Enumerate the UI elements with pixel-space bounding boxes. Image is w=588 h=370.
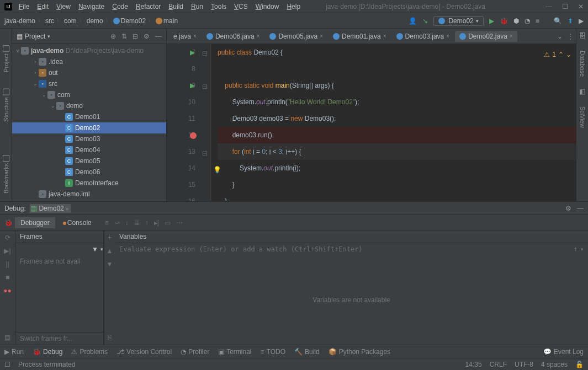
run-icon[interactable]: ▶ bbox=[489, 17, 494, 25]
eval-icon[interactable]: ▭ bbox=[165, 219, 171, 227]
add-config-icon[interactable]: 👤 bbox=[409, 17, 417, 25]
resume-icon[interactable]: ▶| bbox=[4, 247, 10, 255]
tree-item-out[interactable]: ›▪out bbox=[12, 67, 166, 78]
inspection-widget[interactable]: ⚠ 1 ⌃ ⌄ bbox=[544, 46, 571, 63]
search-icon[interactable]: 🔍 bbox=[554, 17, 562, 25]
sciview-tool-button[interactable]: SciView bbox=[579, 106, 586, 128]
eval-hint[interactable]: Evaluate expression (Enter) or add a wat… bbox=[119, 245, 570, 253]
add-watch-icon[interactable]: + bbox=[574, 245, 578, 253]
settings-icon[interactable]: ⚙ bbox=[144, 33, 150, 40]
project-tool-button[interactable]: Project bbox=[3, 45, 9, 72]
line-number[interactable]: 8 bbox=[167, 61, 195, 77]
status-encoding[interactable]: UTF-8 bbox=[515, 361, 533, 368]
close-icon[interactable]: ✕ bbox=[578, 3, 584, 10]
run-gutter-icon[interactable]: ▶ bbox=[190, 77, 195, 94]
line-number[interactable]: 15 bbox=[167, 176, 195, 193]
menu-window[interactable]: Window bbox=[252, 2, 283, 12]
copy-icon[interactable]: ⎘ bbox=[108, 334, 112, 341]
select-opened-icon[interactable]: ⊕ bbox=[110, 33, 116, 40]
tree-item-demo04[interactable]: CDemo04 bbox=[12, 144, 166, 155]
step-over-icon[interactable]: ⤻ bbox=[114, 219, 120, 227]
code-area[interactable]: ▶ ▶ 7891011121314151617 ⊟ ⊟ ⊟ 💡 public c… bbox=[167, 44, 576, 201]
code-line[interactable] bbox=[218, 61, 576, 77]
menu-navigate[interactable]: Navigate bbox=[75, 2, 108, 12]
hammer-icon[interactable]: ↘ bbox=[422, 17, 428, 25]
bottom-version-control[interactable]: ⎇Version Control bbox=[116, 348, 172, 356]
line-number[interactable]: 10 bbox=[167, 94, 195, 110]
pause-icon[interactable]: || bbox=[6, 260, 9, 268]
stop-icon[interactable]: ■ bbox=[6, 274, 9, 281]
code-line[interactable]: public static void main(String[] args) { bbox=[218, 77, 576, 94]
tree-item-demointerface[interactable]: IDemoInterface bbox=[12, 178, 166, 189]
stop-icon[interactable]: ■ bbox=[536, 17, 539, 25]
coverage-icon[interactable]: ⬢ bbox=[513, 17, 519, 25]
code-line[interactable]: Demo03 demo03 = new Demo03(); bbox=[218, 110, 576, 127]
chevron-down-icon[interactable]: ▾ bbox=[47, 34, 50, 39]
tree-item-demo03[interactable]: CDemo03 bbox=[12, 133, 166, 144]
breadcrumb-item[interactable]: main bbox=[156, 17, 178, 25]
menu-vcs[interactable]: VCS bbox=[231, 2, 251, 12]
chevron-down-icon[interactable]: ▾ bbox=[100, 246, 103, 252]
tree-item-demo05[interactable]: CDemo05 bbox=[12, 155, 166, 167]
close-tab-icon[interactable]: × bbox=[193, 33, 197, 39]
bottom-build[interactable]: 🔨Build bbox=[294, 348, 320, 356]
maximize-icon[interactable]: ☐ bbox=[562, 3, 568, 10]
plus-icon[interactable]: + bbox=[108, 234, 112, 242]
menu-refactor[interactable]: Refactor bbox=[133, 2, 164, 12]
intention-bulb-icon[interactable]: 💡 bbox=[213, 162, 221, 178]
breadcrumb-item[interactable]: java-demo bbox=[4, 17, 35, 25]
close-tab-icon[interactable]: × bbox=[320, 33, 323, 39]
menu-tools[interactable]: Tools bbox=[208, 2, 230, 12]
structure-tool-button[interactable]: Structure bbox=[3, 89, 9, 122]
code-text[interactable]: public class Demo02 { public static void… bbox=[211, 44, 576, 201]
up-icon[interactable]: ▲ bbox=[107, 247, 113, 255]
chevron-up-icon[interactable]: ⌃ bbox=[558, 46, 564, 63]
code-line[interactable]: System.out.println(i); bbox=[218, 160, 576, 176]
layout-icon[interactable]: ≡ bbox=[105, 219, 109, 227]
hide-icon[interactable]: — bbox=[155, 33, 162, 40]
tree-item-demo02[interactable]: CDemo02 bbox=[12, 122, 166, 133]
line-number[interactable]: 13 bbox=[167, 143, 195, 160]
code-line[interactable]: System.out.println("Hello World! Demo02"… bbox=[218, 94, 576, 110]
down-icon[interactable]: ▼ bbox=[107, 260, 113, 268]
menu-edit[interactable]: Edit bbox=[34, 2, 52, 12]
tree-item-src[interactable]: ⌄▪src bbox=[12, 78, 166, 89]
tree-item-demo01[interactable]: CDemo01 bbox=[12, 111, 166, 122]
tab-demo06-java[interactable]: Demo06.java× bbox=[202, 31, 264, 42]
database-tool-button[interactable]: Database bbox=[579, 51, 586, 77]
ide-settings-icon[interactable]: ▶ bbox=[579, 17, 584, 25]
menu-view[interactable]: View bbox=[53, 2, 74, 12]
bottom-profiler[interactable]: ◔Profiler bbox=[181, 348, 209, 356]
breadcrumb-item[interactable]: demo bbox=[87, 17, 103, 25]
profile-icon[interactable]: ◔ bbox=[525, 17, 530, 25]
minimize-icon[interactable]: — bbox=[545, 3, 552, 10]
tab-e-java[interactable]: e.java× bbox=[169, 31, 201, 42]
bottom-todo[interactable]: ≡TODO bbox=[261, 348, 285, 356]
rerun-icon[interactable]: ⟳ bbox=[5, 234, 10, 242]
tab-demo01-java[interactable]: Demo01.java× bbox=[329, 31, 391, 42]
run-config-selector[interactable]: Demo02 ▾ bbox=[433, 16, 483, 26]
line-number[interactable]: 16 bbox=[167, 193, 195, 201]
expand-all-icon[interactable]: ⇅ bbox=[121, 33, 127, 40]
close-tab-icon[interactable]: × bbox=[257, 33, 260, 39]
status-eol[interactable]: CRLF bbox=[490, 361, 507, 368]
tab-demo05-java[interactable]: Demo05.java× bbox=[265, 31, 327, 42]
line-number[interactable]: 14 bbox=[167, 160, 195, 176]
collapse-all-icon[interactable]: ⊟ bbox=[133, 33, 138, 40]
tab-demo02-java[interactable]: Demo02.java× bbox=[455, 31, 517, 42]
lock-icon[interactable]: 🔓 bbox=[575, 361, 584, 368]
console-tab[interactable]: Console bbox=[57, 217, 97, 228]
tree-item-demo06[interactable]: CDemo06 bbox=[12, 167, 166, 178]
tree-item-com[interactable]: ⌄▪com bbox=[12, 89, 166, 100]
code-line[interactable]: } bbox=[218, 193, 576, 201]
code-line[interactable]: for (int i = 0; i < 3; i++) { bbox=[218, 143, 576, 160]
menu-file[interactable]: File bbox=[15, 2, 33, 12]
gear-icon[interactable]: ⚙ bbox=[565, 205, 571, 212]
bottom-python-packages[interactable]: 📦Python Packages bbox=[329, 348, 390, 356]
more-icon[interactable]: ⋮ bbox=[567, 33, 574, 40]
tree-item-java-demo.iml[interactable]: ▪java-demo.iml bbox=[12, 189, 166, 200]
bookmarks-tool-button[interactable]: Bookmarks bbox=[3, 155, 9, 194]
chevron-down-icon[interactable]: ⌄ bbox=[566, 46, 571, 63]
tab-demo03-java[interactable]: Demo03.java× bbox=[392, 31, 454, 42]
breadcrumb-item[interactable]: src bbox=[45, 17, 54, 25]
